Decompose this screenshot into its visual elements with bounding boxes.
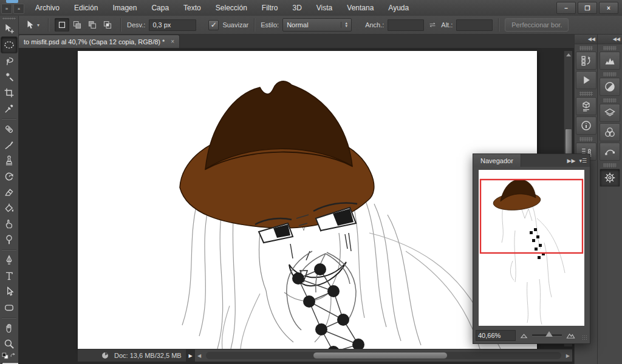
- tool-move[interactable]: [1, 21, 17, 36]
- horizontal-scrollbar[interactable]: [206, 352, 561, 359]
- minimize-button[interactable]: –: [556, 2, 576, 14]
- dock-gripper[interactable]: [603, 46, 617, 50]
- tool-path-selection[interactable]: [1, 284, 17, 300]
- menu-ventana[interactable]: Ventana: [340, 1, 381, 15]
- tool-eyedropper[interactable]: [1, 101, 17, 116]
- dock-gripper[interactable]: [579, 92, 593, 96]
- menu-seleccion[interactable]: Selección: [208, 1, 255, 15]
- panel-collapse-icon[interactable]: ▶▶: [567, 158, 576, 164]
- menu-archivo[interactable]: Archivo: [28, 1, 67, 15]
- dock-gripper[interactable]: [579, 137, 593, 141]
- tool-type[interactable]: [1, 268, 17, 284]
- panel-menu-icon[interactable]: ▾☰: [579, 158, 587, 164]
- panel-button-color[interactable]: [600, 123, 620, 141]
- tool-pen[interactable]: [1, 252, 17, 268]
- panel-button-history[interactable]: [576, 52, 596, 70]
- menu-3d[interactable]: 3D: [285, 1, 309, 15]
- width-input[interactable]: [388, 19, 424, 31]
- tool-clone-stamp[interactable]: [1, 153, 17, 169]
- tool-hand[interactable]: [1, 320, 17, 336]
- tool-dodge[interactable]: [1, 232, 17, 248]
- swap-colors-icon[interactable]: [9, 352, 17, 360]
- navigator-tab[interactable]: Navegador: [473, 154, 521, 167]
- close-button[interactable]: ×: [599, 2, 618, 14]
- navigator-zoom-input[interactable]: [476, 330, 516, 341]
- clone-stamp-icon: [4, 155, 15, 166]
- scroll-right-icon[interactable]: ▶: [564, 353, 572, 359]
- new-selection-button[interactable]: [55, 18, 69, 32]
- layers-panel-icon: [604, 107, 616, 119]
- panel-button-navigator[interactable]: [600, 169, 620, 187]
- menu-capa[interactable]: Capa: [144, 1, 176, 15]
- zoom-out-icon[interactable]: [519, 331, 528, 340]
- intersect-selection-button[interactable]: [100, 18, 115, 32]
- refine-edge-button[interactable]: Perfeccionar bor.: [505, 18, 569, 32]
- tool-lasso[interactable]: [1, 53, 17, 69]
- navigator-zoom-slider[interactable]: [532, 334, 562, 337]
- scroll-left-icon[interactable]: ◀: [195, 353, 203, 359]
- panel-button-3d[interactable]: [576, 97, 596, 115]
- collapse-dock-icon[interactable]: ◀◀: [588, 36, 595, 42]
- tool-brush[interactable]: [1, 137, 17, 153]
- tool-paint-bucket[interactable]: [1, 200, 17, 216]
- panel-button-histogram[interactable]: [600, 52, 620, 70]
- dock-gripper[interactable]: [603, 98, 617, 103]
- zoom-slider-thumb[interactable]: [545, 331, 553, 337]
- height-input[interactable]: [456, 19, 493, 31]
- close-panel-icon[interactable]: ×: [13, 4, 24, 14]
- menu-ayuda[interactable]: Ayuda: [381, 1, 416, 15]
- style-dropdown[interactable]: Normal ▲▼: [282, 18, 352, 32]
- panel-button-adjustments[interactable]: [600, 78, 620, 96]
- panel-gripper[interactable]: [2, 18, 16, 19]
- feather-input[interactable]: [149, 19, 196, 31]
- menu-imagen[interactable]: Imagen: [105, 1, 144, 15]
- collapse-dock-icon[interactable]: ◀◀: [613, 36, 620, 42]
- subtract-from-selection-button[interactable]: [85, 18, 100, 32]
- navigator-thumbnail[interactable]: [479, 170, 584, 326]
- restore-button[interactable]: ❐: [578, 2, 597, 14]
- horizontal-scroll-thumb[interactable]: [313, 352, 448, 359]
- tool-rounded-rectangle[interactable]: [1, 300, 17, 315]
- document-tab[interactable]: to misfit.psd al 40,7% (Capa 12 copia, R…: [18, 35, 180, 48]
- menu-texto[interactable]: Texto: [176, 1, 208, 15]
- add-to-selection-button[interactable]: [70, 18, 84, 32]
- color-panel-icon: [604, 126, 616, 138]
- dock-gripper[interactable]: [603, 72, 617, 76]
- menu-edicion[interactable]: Edición: [67, 1, 105, 15]
- menu-filtro[interactable]: Filtro: [255, 1, 285, 15]
- panel-button-info[interactable]: [576, 116, 596, 135]
- panel-drag-tab[interactable]: [6, 0, 18, 3]
- panel-resize-grip[interactable]: [582, 335, 588, 341]
- history-panel-icon: [580, 55, 592, 67]
- dock-header[interactable]: ◀◀: [575, 35, 597, 44]
- tab-close-icon[interactable]: ×: [171, 38, 174, 45]
- menu-vista[interactable]: Vista: [309, 1, 340, 15]
- panel-button-actions[interactable]: [576, 71, 596, 89]
- zoom-in-icon[interactable]: [566, 331, 576, 340]
- dock-header[interactable]: ◀◀: [598, 35, 622, 44]
- tool-zoom[interactable]: [1, 336, 17, 352]
- dock-gripper[interactable]: [603, 163, 617, 167]
- navigator-panel-icon: [604, 172, 616, 184]
- tool-healing-brush[interactable]: [1, 121, 17, 137]
- document-canvas[interactable]: [78, 51, 537, 349]
- anti-alias-checkbox[interactable]: ✓: [208, 20, 219, 30]
- link-dimensions-icon[interactable]: [428, 20, 437, 30]
- scroll-up-icon[interactable]: [566, 53, 571, 56]
- tool-list: [0, 21, 18, 352]
- collapse-panel-icon[interactable]: »: [1, 4, 12, 14]
- eraser-icon: [4, 187, 15, 198]
- tool-history-brush[interactable]: [1, 169, 17, 184]
- status-flyout-button[interactable]: ▶: [186, 349, 195, 362]
- tool-eraser[interactable]: [1, 184, 17, 200]
- tool-preset-picker[interactable]: ▾: [22, 18, 43, 32]
- tool-magic-wand[interactable]: [1, 69, 17, 85]
- panel-button-paths[interactable]: [600, 143, 620, 161]
- tool-smudge[interactable]: [1, 216, 17, 232]
- tool-elliptical-marquee[interactable]: [1, 36, 18, 53]
- panel-button-layers[interactable]: [600, 104, 620, 122]
- default-colors-icon[interactable]: [1, 352, 9, 360]
- dropdown-arrows-icon: ▲▼: [341, 22, 351, 28]
- dock-gripper[interactable]: [579, 46, 593, 50]
- tool-crop[interactable]: [1, 85, 17, 101]
